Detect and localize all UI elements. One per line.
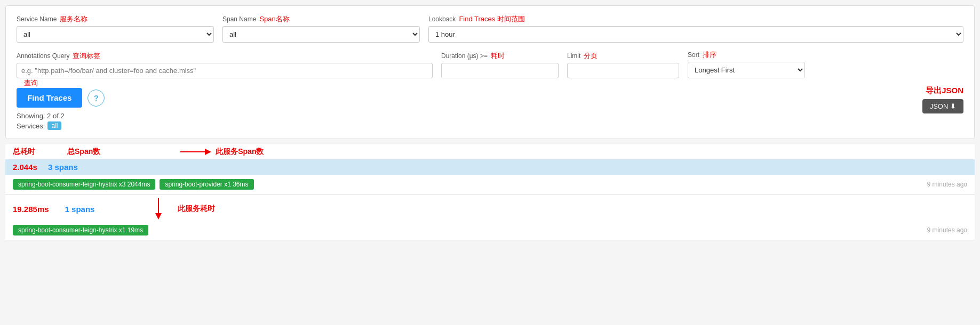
json-download-button[interactable]: JSON ⬇ [922, 99, 963, 113]
trace-row-2[interactable]: spring-boot-consumer-feign-hystrix x1 19… [5, 223, 975, 240]
limit-input[interactable]: 10 [567, 63, 679, 78]
trace-1-time: 9 minutes ago [927, 181, 967, 188]
svc-spans-label: 此服务Span数 [216, 147, 264, 157]
duration-label: Duration (μs) >= 耗时 [441, 51, 559, 61]
limit-label: Limit 分页 [567, 51, 679, 61]
showing-info: Showing: 2 of 2 [17, 112, 105, 120]
annotations-input[interactable] [17, 63, 433, 78]
trace-2-tag-0: spring-boot-consumer-feign-hystrix x1 19… [13, 225, 148, 235]
service-name-select[interactable]: all [17, 26, 214, 43]
span-name-select[interactable]: all [222, 26, 420, 43]
service-name-label: Service Name 服务名称 [17, 14, 214, 24]
svc-duration-label: 此服务耗时 [178, 204, 215, 214]
total-spans-label: 总Span数 [67, 147, 100, 157]
lookback-select[interactable]: 1 hour [428, 26, 963, 43]
sort-label: Sort 排序 [688, 50, 805, 60]
arrow-svc-duration [142, 198, 174, 220]
help-button[interactable]: ? [87, 90, 105, 107]
find-traces-button[interactable]: 查询 Find Traces [17, 88, 82, 108]
lookback-label: Lookback Find Traces 时间范围 [428, 14, 963, 24]
trace-2-duration-label: 19.285ms [13, 205, 49, 214]
services-label: Services: [17, 122, 45, 130]
export-json-label: 导出JSON [926, 86, 963, 96]
trace-1-tag-1: spring-boot-provider x1 36ms [160, 179, 253, 190]
trace-row-1[interactable]: 2.044s 3 spans spring-boot-consumer-feig… [5, 159, 975, 194]
trace-1-duration: 2.044s [13, 162, 37, 172]
duration-input[interactable] [441, 63, 559, 78]
trace-1-spans: 3 spans [48, 162, 78, 172]
total-duration-label: 总耗时 [13, 147, 35, 157]
trace-2-time: 9 minutes ago [927, 226, 967, 234]
span-name-label: Span Name Span名称 [222, 14, 420, 24]
arrow-svc-spans [180, 147, 212, 157]
sort-select[interactable]: Longest First [688, 62, 805, 78]
trace-1-tag-0: spring-boot-consumer-feign-hystrix x3 20… [13, 179, 155, 190]
services-all-badge: all [47, 121, 61, 130]
annotations-label: Annotations Query 查询标签 [17, 51, 433, 61]
trace-2-spans-label: 1 spans [65, 205, 95, 214]
